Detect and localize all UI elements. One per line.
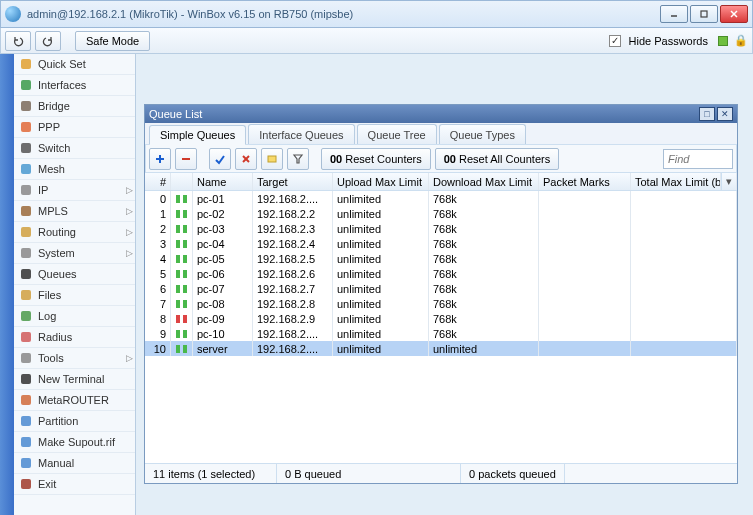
add-button[interactable]: [149, 148, 171, 170]
cell-upload: unlimited: [333, 206, 429, 221]
cell-name: pc-02: [193, 206, 253, 221]
hide-passwords-checkbox[interactable]: [609, 35, 621, 47]
submenu-arrow-icon: ▷: [126, 248, 133, 258]
sidebar-item-radius[interactable]: Radius: [14, 327, 135, 348]
reset-all-counters-button[interactable]: 00 Reset All Counters: [435, 148, 559, 170]
svg-rect-14: [21, 269, 31, 279]
svg-rect-18: [21, 353, 31, 363]
table-row[interactable]: 4pc-05192.168.2.5unlimited768k: [145, 251, 737, 266]
queue-list-window: Queue List □ ✕ Simple QueuesInterface Qu…: [144, 104, 738, 484]
inner-maximize-button[interactable]: □: [699, 107, 715, 121]
sidebar-item-bridge[interactable]: Bridge: [14, 96, 135, 117]
redo-button[interactable]: [35, 31, 61, 51]
tab-queue-types[interactable]: Queue Types: [439, 124, 526, 144]
sidebar-item-mpls[interactable]: MPLS▷: [14, 201, 135, 222]
cell-upload: unlimited: [333, 266, 429, 281]
reset-counters-button[interactable]: 00 Reset Counters: [321, 148, 431, 170]
close-button[interactable]: [720, 5, 748, 23]
exit-icon: [18, 476, 34, 492]
disable-button[interactable]: [235, 148, 257, 170]
tab-interface-queues[interactable]: Interface Queues: [248, 124, 354, 144]
table-row[interactable]: 6pc-07192.168.2.7unlimited768k: [145, 281, 737, 296]
queue-icon: [176, 210, 187, 218]
sidebar-item-new-terminal[interactable]: New Terminal: [14, 369, 135, 390]
undo-button[interactable]: [5, 31, 31, 51]
cell-number: 10: [145, 341, 171, 356]
status-packets: 0 packets queued: [461, 464, 565, 483]
cell-name: pc-04: [193, 236, 253, 251]
ip-icon: [18, 182, 34, 198]
col-name[interactable]: Name: [193, 173, 253, 190]
sidebar-item-system[interactable]: System▷: [14, 243, 135, 264]
sidebar-item-mesh[interactable]: Mesh: [14, 159, 135, 180]
sidebar-item-tools[interactable]: Tools▷: [14, 348, 135, 369]
minimize-button[interactable]: [660, 5, 688, 23]
sidebar-item-partition[interactable]: Partition: [14, 411, 135, 432]
col-packet-marks[interactable]: Packet Marks: [539, 173, 631, 190]
table-row[interactable]: 8pc-09192.168.2.9unlimited768k: [145, 311, 737, 326]
find-input[interactable]: [663, 149, 733, 169]
tab-simple-queues[interactable]: Simple Queues: [149, 125, 246, 145]
table-row[interactable]: 0pc-01192.168.2....unlimited768k: [145, 191, 737, 206]
sidebar-item-ip[interactable]: IP▷: [14, 180, 135, 201]
table-header[interactable]: # Name Target Upload Max Limit Download …: [145, 173, 737, 191]
filter-button[interactable]: [287, 148, 309, 170]
queue-icon: [176, 300, 187, 308]
sidebar-item-switch[interactable]: Switch: [14, 138, 135, 159]
col-icon[interactable]: [171, 173, 193, 190]
cell-icon: [171, 206, 193, 221]
sidebar-item-interfaces[interactable]: Interfaces: [14, 75, 135, 96]
col-download[interactable]: Download Max Limit: [429, 173, 539, 190]
table-row[interactable]: 7pc-08192.168.2.8unlimited768k: [145, 296, 737, 311]
enable-button[interactable]: [209, 148, 231, 170]
sidebar-item-queues[interactable]: Queues: [14, 264, 135, 285]
sidebar-item-ppp[interactable]: PPP: [14, 117, 135, 138]
sidebar-item-label: Bridge: [38, 100, 70, 112]
cell-target: 192.168.2.8: [253, 296, 333, 311]
table-row[interactable]: 1pc-02192.168.2.2unlimited768k: [145, 206, 737, 221]
col-total[interactable]: Total Max Limit (bi...: [631, 173, 721, 190]
col-upload[interactable]: Upload Max Limit: [333, 173, 429, 190]
window-title: admin@192.168.2.1 (MikroTik) - WinBox v6…: [27, 8, 658, 20]
remove-button[interactable]: [175, 148, 197, 170]
columns-menu-button[interactable]: ▾: [721, 173, 737, 190]
safe-mode-button[interactable]: Safe Mode: [75, 31, 150, 51]
sidebar-item-log[interactable]: Log: [14, 306, 135, 327]
hide-passwords-label: Hide Passwords: [629, 35, 708, 47]
comment-button[interactable]: [261, 148, 283, 170]
table-row[interactable]: 2pc-03192.168.2.3unlimited768k: [145, 221, 737, 236]
table-row[interactable]: 5pc-06192.168.2.6unlimited768k: [145, 266, 737, 281]
sidebar-item-quick-set[interactable]: Quick Set: [14, 54, 135, 75]
sidebar-item-make-supout-rif[interactable]: Make Supout.rif: [14, 432, 135, 453]
sidebar-item-label: Partition: [38, 415, 78, 427]
cell-name: pc-01: [193, 191, 253, 206]
tab-queue-tree[interactable]: Queue Tree: [357, 124, 437, 144]
table-row[interactable]: 9pc-10192.168.2....unlimited768k: [145, 326, 737, 341]
sidebar-item-label: Routing: [38, 226, 76, 238]
bridge-icon: [18, 98, 34, 114]
submenu-arrow-icon: ▷: [126, 353, 133, 363]
maximize-button[interactable]: [690, 5, 718, 23]
sidebar-item-metarouter[interactable]: MetaROUTER: [14, 390, 135, 411]
radius-icon: [18, 329, 34, 345]
cell-name: pc-05: [193, 251, 253, 266]
cell-icon: [171, 191, 193, 206]
cell-total: [631, 191, 737, 206]
mesh-icon: [18, 161, 34, 177]
sidebar-item-files[interactable]: Files: [14, 285, 135, 306]
table-row[interactable]: 10server192.168.2....unlimitedunlimited: [145, 341, 737, 356]
cell-icon: [171, 311, 193, 326]
main-toolbar: Safe Mode Hide Passwords 🔒: [0, 28, 753, 54]
table-row[interactable]: 3pc-04192.168.2.4unlimited768k: [145, 236, 737, 251]
sidebar-item-exit[interactable]: Exit: [14, 474, 135, 495]
sidebar-item-routing[interactable]: Routing▷: [14, 222, 135, 243]
inner-window-title: Queue List: [149, 108, 202, 120]
sidebar-item-label: Queues: [38, 268, 77, 280]
col-number[interactable]: #: [145, 173, 171, 190]
inner-titlebar[interactable]: Queue List □ ✕: [145, 105, 737, 123]
col-target[interactable]: Target: [253, 173, 333, 190]
manual-icon: [18, 455, 34, 471]
interfaces-icon: [18, 77, 34, 93]
inner-close-button[interactable]: ✕: [717, 107, 733, 121]
sidebar-item-manual[interactable]: Manual: [14, 453, 135, 474]
